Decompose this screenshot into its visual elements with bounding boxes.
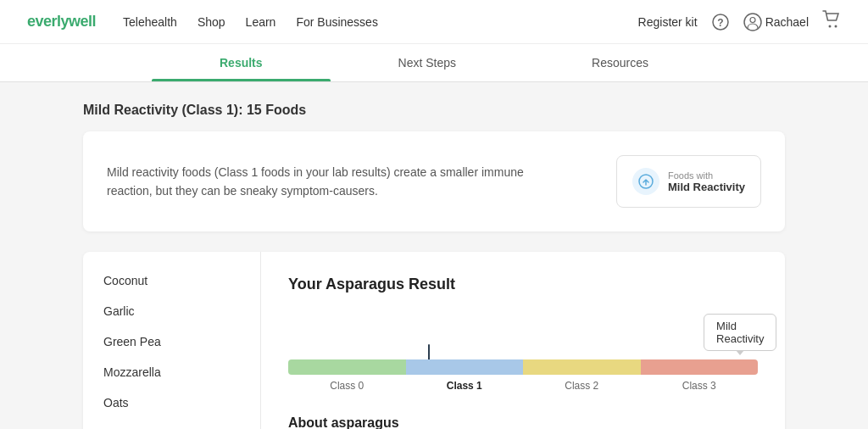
info-card-text: Mild reactivity foods (Class 1 foods in … <box>107 163 531 201</box>
svg-point-5 <box>835 25 837 28</box>
food-section: Coconut Garlic Green Pea Mozzarella Oats… <box>83 252 785 429</box>
user-menu[interactable]: Rachael <box>743 13 809 31</box>
bar-class2 <box>523 359 641 375</box>
register-kit-link[interactable]: Register kit <box>638 15 698 29</box>
help-icon[interactable]: ? <box>711 13 730 31</box>
tabs-bar: Results Next Steps Resources <box>0 44 868 82</box>
nav-telehealth[interactable]: Telehealth <box>123 15 177 29</box>
nav-shop[interactable]: Shop <box>198 15 225 29</box>
reactivity-bar <box>288 359 758 375</box>
tab-next-steps[interactable]: Next Steps <box>331 44 524 81</box>
svg-point-4 <box>829 25 832 28</box>
badge-text: Foods with Mild Reactivity <box>668 170 745 193</box>
reactivity-tooltip: Mild Reactivity <box>704 314 776 351</box>
bar-class3 <box>641 359 759 375</box>
food-detail: Your Asparagus Result Mild Reactivity Cl… <box>261 252 785 429</box>
about-heading: About asparagus <box>288 415 758 429</box>
bar-labels: Class 0 Class 1 Class 2 Class 3 <box>288 380 758 392</box>
food-item-green-pea[interactable]: Green Pea <box>83 326 260 357</box>
food-item-mozzarella[interactable]: Mozzarella <box>83 357 260 387</box>
food-list: Coconut Garlic Green Pea Mozzarella Oats… <box>83 252 261 429</box>
section-heading: Mild Reactivity (Class 1): 15 Foods <box>83 103 785 118</box>
food-item-garlic[interactable]: Garlic <box>83 296 260 326</box>
navbar-right: Register kit ? Rachael <box>638 10 841 33</box>
badge-label-main: Mild Reactivity <box>668 181 745 193</box>
bar-label-0: Class 0 <box>288 380 406 392</box>
bar-label-2: Class 2 <box>523 380 641 392</box>
food-item-peanut[interactable]: Peanut <box>83 418 260 429</box>
food-item-oats[interactable]: Oats <box>83 387 260 418</box>
info-card: Mild reactivity foods (Class 1 foods in … <box>83 131 785 231</box>
bar-class1 <box>406 359 524 375</box>
bar-class0 <box>288 359 406 375</box>
navbar: everlywell Telehealth Shop Learn For Bus… <box>0 0 868 44</box>
nav-for-businesses[interactable]: For Businesses <box>296 15 377 29</box>
svg-text:?: ? <box>717 17 723 29</box>
cart-icon[interactable] <box>822 10 841 33</box>
reactivity-meter: Mild Reactivity Class 0 Class 1 Class 2 … <box>288 314 758 392</box>
mild-reactivity-badge: Foods with Mild Reactivity <box>616 155 761 208</box>
user-name: Rachael <box>765 15 809 29</box>
svg-point-3 <box>750 17 755 22</box>
tab-resources[interactable]: Resources <box>524 44 716 81</box>
nav-links: Telehealth Shop Learn For Businesses <box>123 15 638 29</box>
bar-label-3: Class 3 <box>641 380 759 392</box>
food-item-coconut[interactable]: Coconut <box>83 265 260 296</box>
badge-label-small: Foods with <box>668 170 745 181</box>
nav-learn[interactable]: Learn <box>246 15 276 29</box>
reactivity-icon <box>632 168 659 195</box>
bar-label-1: Class 1 <box>406 380 524 392</box>
food-detail-title: Your Asparagus Result <box>288 276 758 293</box>
tab-results[interactable]: Results <box>152 44 331 81</box>
main-content: Mild Reactivity (Class 1): 15 Foods Mild… <box>70 82 798 429</box>
logo[interactable]: everlywell <box>27 13 96 31</box>
